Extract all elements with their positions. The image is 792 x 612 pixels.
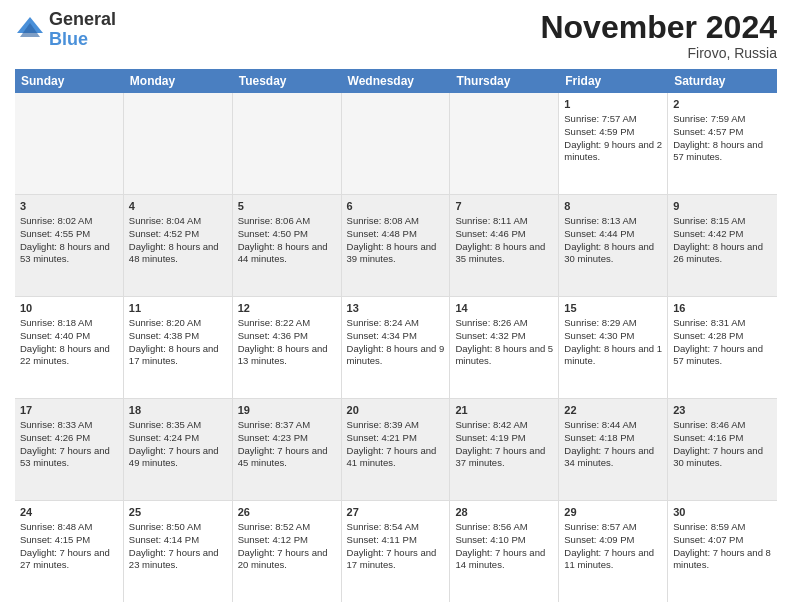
calendar-cell-r2-c7: 9Sunrise: 8:15 AMSunset: 4:42 PMDaylight… [668, 195, 777, 296]
header-tuesday: Tuesday [233, 69, 342, 93]
daylight-text: Daylight: 8 hours and 22 minutes. [20, 343, 110, 367]
day-number: 14 [455, 301, 553, 316]
calendar-cell-r2-c6: 8Sunrise: 8:13 AMSunset: 4:44 PMDaylight… [559, 195, 668, 296]
sunset-text: Sunset: 4:28 PM [673, 330, 743, 341]
sunrise-text: Sunrise: 8:20 AM [129, 317, 201, 328]
logo: General Blue [15, 10, 116, 50]
sunset-text: Sunset: 4:11 PM [347, 534, 417, 545]
calendar-cell-r5-c2: 25Sunrise: 8:50 AMSunset: 4:14 PMDayligh… [124, 501, 233, 602]
daylight-text: Daylight: 8 hours and 1 minute. [564, 343, 662, 367]
daylight-text: Daylight: 7 hours and 14 minutes. [455, 547, 545, 571]
calendar-cell-r5-c7: 30Sunrise: 8:59 AMSunset: 4:07 PMDayligh… [668, 501, 777, 602]
daylight-text: Daylight: 8 hours and 35 minutes. [455, 241, 545, 265]
header-monday: Monday [124, 69, 233, 93]
day-number: 2 [673, 97, 772, 112]
calendar-cell-r5-c4: 27Sunrise: 8:54 AMSunset: 4:11 PMDayligh… [342, 501, 451, 602]
calendar-cell-r1-c1 [15, 93, 124, 194]
sunset-text: Sunset: 4:24 PM [129, 432, 199, 443]
sunset-text: Sunset: 4:21 PM [347, 432, 417, 443]
calendar-cell-r1-c7: 2Sunrise: 7:59 AMSunset: 4:57 PMDaylight… [668, 93, 777, 194]
day-number: 1 [564, 97, 662, 112]
calendar-cell-r2-c5: 7Sunrise: 8:11 AMSunset: 4:46 PMDaylight… [450, 195, 559, 296]
sunrise-text: Sunrise: 8:04 AM [129, 215, 201, 226]
day-number: 20 [347, 403, 445, 418]
calendar-cell-r4-c5: 21Sunrise: 8:42 AMSunset: 4:19 PMDayligh… [450, 399, 559, 500]
daylight-text: Daylight: 8 hours and 30 minutes. [564, 241, 654, 265]
day-number: 21 [455, 403, 553, 418]
calendar-cell-r4-c3: 19Sunrise: 8:37 AMSunset: 4:23 PMDayligh… [233, 399, 342, 500]
sunset-text: Sunset: 4:07 PM [673, 534, 743, 545]
sunset-text: Sunset: 4:12 PM [238, 534, 308, 545]
daylight-text: Daylight: 7 hours and 23 minutes. [129, 547, 219, 571]
day-number: 7 [455, 199, 553, 214]
sunrise-text: Sunrise: 8:37 AM [238, 419, 310, 430]
calendar-cell-r4-c2: 18Sunrise: 8:35 AMSunset: 4:24 PMDayligh… [124, 399, 233, 500]
day-number: 27 [347, 505, 445, 520]
sunrise-text: Sunrise: 8:06 AM [238, 215, 310, 226]
sunrise-text: Sunrise: 8:26 AM [455, 317, 527, 328]
day-number: 5 [238, 199, 336, 214]
sunset-text: Sunset: 4:36 PM [238, 330, 308, 341]
sunset-text: Sunset: 4:18 PM [564, 432, 634, 443]
daylight-text: Daylight: 7 hours and 53 minutes. [20, 445, 110, 469]
sunset-text: Sunset: 4:16 PM [673, 432, 743, 443]
daylight-text: Daylight: 7 hours and 34 minutes. [564, 445, 654, 469]
daylight-text: Daylight: 8 hours and 44 minutes. [238, 241, 328, 265]
sunset-text: Sunset: 4:23 PM [238, 432, 308, 443]
calendar-cell-r1-c5 [450, 93, 559, 194]
calendar-cell-r3-c2: 11Sunrise: 8:20 AMSunset: 4:38 PMDayligh… [124, 297, 233, 398]
sunrise-text: Sunrise: 8:18 AM [20, 317, 92, 328]
daylight-text: Daylight: 8 hours and 17 minutes. [129, 343, 219, 367]
calendar-cell-r3-c4: 13Sunrise: 8:24 AMSunset: 4:34 PMDayligh… [342, 297, 451, 398]
day-number: 17 [20, 403, 118, 418]
sunrise-text: Sunrise: 8:44 AM [564, 419, 636, 430]
calendar: Sunday Monday Tuesday Wednesday Thursday… [15, 69, 777, 602]
sunrise-text: Sunrise: 8:57 AM [564, 521, 636, 532]
calendar-cell-r4-c7: 23Sunrise: 8:46 AMSunset: 4:16 PMDayligh… [668, 399, 777, 500]
day-number: 26 [238, 505, 336, 520]
month-title: November 2024 [540, 10, 777, 45]
sunrise-text: Sunrise: 8:56 AM [455, 521, 527, 532]
calendar-cell-r4-c1: 17Sunrise: 8:33 AMSunset: 4:26 PMDayligh… [15, 399, 124, 500]
sunrise-text: Sunrise: 8:46 AM [673, 419, 745, 430]
daylight-text: Daylight: 7 hours and 57 minutes. [673, 343, 763, 367]
daylight-text: Daylight: 7 hours and 8 minutes. [673, 547, 771, 571]
header: General Blue November 2024 Firovo, Russi… [15, 10, 777, 61]
calendar-cell-r5-c5: 28Sunrise: 8:56 AMSunset: 4:10 PMDayligh… [450, 501, 559, 602]
logo-icon [15, 15, 45, 45]
sunset-text: Sunset: 4:59 PM [564, 126, 634, 137]
calendar-cell-r1-c6: 1Sunrise: 7:57 AMSunset: 4:59 PMDaylight… [559, 93, 668, 194]
day-number: 10 [20, 301, 118, 316]
sunset-text: Sunset: 4:30 PM [564, 330, 634, 341]
sunset-text: Sunset: 4:48 PM [347, 228, 417, 239]
sunset-text: Sunset: 4:46 PM [455, 228, 525, 239]
page: General Blue November 2024 Firovo, Russi… [0, 0, 792, 612]
daylight-text: Daylight: 7 hours and 17 minutes. [347, 547, 437, 571]
sunset-text: Sunset: 4:50 PM [238, 228, 308, 239]
sunrise-text: Sunrise: 8:39 AM [347, 419, 419, 430]
day-number: 25 [129, 505, 227, 520]
daylight-text: Daylight: 7 hours and 11 minutes. [564, 547, 654, 571]
logo-general-text: General [49, 9, 116, 29]
day-number: 24 [20, 505, 118, 520]
sunrise-text: Sunrise: 8:13 AM [564, 215, 636, 226]
daylight-text: Daylight: 8 hours and 48 minutes. [129, 241, 219, 265]
day-number: 12 [238, 301, 336, 316]
daylight-text: Daylight: 7 hours and 30 minutes. [673, 445, 763, 469]
day-number: 15 [564, 301, 662, 316]
calendar-cell-r3-c7: 16Sunrise: 8:31 AMSunset: 4:28 PMDayligh… [668, 297, 777, 398]
sunrise-text: Sunrise: 8:54 AM [347, 521, 419, 532]
daylight-text: Daylight: 7 hours and 27 minutes. [20, 547, 110, 571]
calendar-cell-r1-c3 [233, 93, 342, 194]
sunrise-text: Sunrise: 8:42 AM [455, 419, 527, 430]
daylight-text: Daylight: 9 hours and 2 minutes. [564, 139, 662, 163]
daylight-text: Daylight: 8 hours and 39 minutes. [347, 241, 437, 265]
day-number: 18 [129, 403, 227, 418]
day-number: 29 [564, 505, 662, 520]
title-area: November 2024 Firovo, Russia [540, 10, 777, 61]
logo-text: General Blue [49, 10, 116, 50]
calendar-cell-r5-c6: 29Sunrise: 8:57 AMSunset: 4:09 PMDayligh… [559, 501, 668, 602]
sunset-text: Sunset: 4:42 PM [673, 228, 743, 239]
daylight-text: Daylight: 7 hours and 49 minutes. [129, 445, 219, 469]
daylight-text: Daylight: 8 hours and 9 minutes. [347, 343, 445, 367]
